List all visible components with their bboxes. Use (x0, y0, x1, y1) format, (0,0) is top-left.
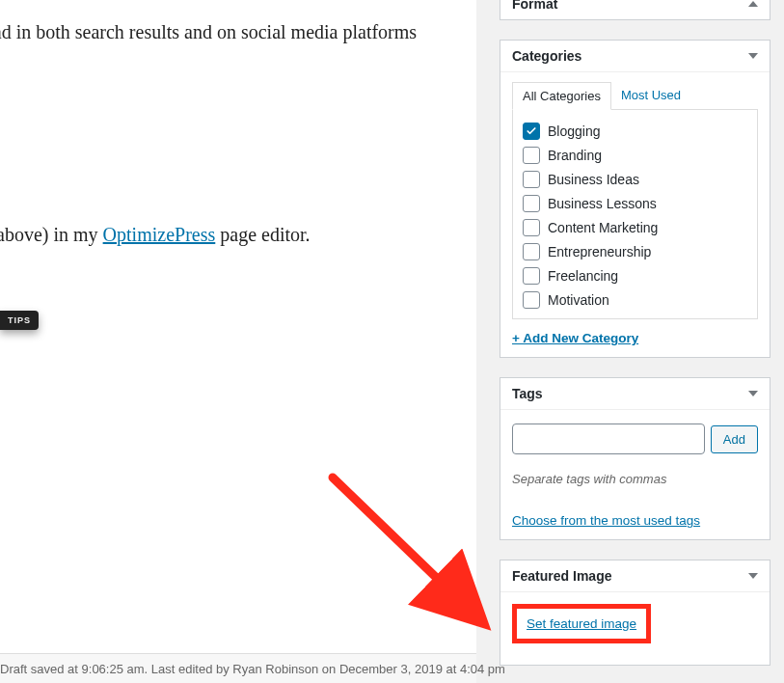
category-label: Motivation (548, 292, 609, 308)
category-item-freelancing[interactable]: Freelancing (523, 264, 747, 288)
category-list: Blogging Branding Business Ideas Busines… (512, 109, 758, 319)
chevron-up-icon (748, 391, 758, 396)
category-label: Freelancing (548, 268, 618, 284)
featured-image-toggle[interactable]: Featured Image (500, 560, 770, 592)
editor-paragraph-1: osts (and in both search results and on … (0, 17, 465, 46)
sidebar: Format Categories All Categories Most Us… (500, 0, 770, 683)
category-label: Blogging (548, 123, 601, 139)
category-item-branding[interactable]: Branding (523, 144, 747, 168)
format-toggle[interactable]: Format (500, 0, 770, 19)
add-category-link[interactable]: + Add New Category (512, 331, 638, 345)
chevron-down-icon (748, 1, 758, 7)
tags-metabox: Tags Add Separate tags with commas Choos… (500, 377, 770, 540)
tags-title: Tags (512, 386, 543, 401)
tab-all-categories[interactable]: All Categories (512, 82, 611, 110)
chevron-up-icon (748, 53, 758, 59)
checkbox-icon[interactable] (523, 243, 540, 260)
categories-title: Categories (512, 48, 581, 64)
tips-badge: TIPS (0, 311, 39, 330)
category-item-motivation[interactable]: Motivation (523, 288, 747, 313)
category-label: Business Ideas (548, 172, 639, 187)
editor-paragraph-2: nere (above) in my OptimizePress page ed… (0, 220, 465, 249)
category-item-business-lessons[interactable]: Business Lessons (523, 192, 747, 216)
checkbox-icon[interactable] (523, 219, 540, 236)
category-label: Content Marketing (548, 220, 658, 235)
categories-toggle[interactable]: Categories (500, 41, 770, 72)
choose-most-used-tags-link[interactable]: Choose from the most used tags (512, 513, 700, 528)
category-item-content-marketing[interactable]: Content Marketing (523, 216, 747, 240)
editor-main: osts (and in both search results and on … (0, 0, 476, 683)
add-tag-button[interactable]: Add (711, 425, 758, 453)
category-label: Branding (548, 148, 602, 163)
featured-image-metabox: Featured Image Set featured image (500, 560, 770, 666)
tags-toggle[interactable]: Tags (500, 378, 770, 410)
category-tabs: All Categories Most Used (512, 82, 758, 110)
checkbox-icon[interactable] (523, 195, 540, 212)
category-item-entrepreneurship[interactable]: Entrepreneurship (523, 240, 747, 264)
checkbox-icon[interactable] (523, 267, 540, 285)
checkbox-icon[interactable] (523, 291, 540, 309)
featured-image-title: Featured Image (512, 568, 611, 584)
annotation-highlight: Set featured image (512, 604, 651, 643)
checkbox-icon[interactable] (523, 171, 540, 188)
format-metabox: Format (500, 0, 770, 20)
category-item-blogging[interactable]: Blogging (523, 120, 747, 144)
tab-most-used[interactable]: Most Used (611, 82, 690, 110)
category-item-business-ideas[interactable]: Business Ideas (523, 168, 747, 192)
format-title: Format (512, 0, 557, 12)
category-label: Business Lessons (548, 196, 657, 211)
optimizepress-link[interactable]: OptimizePress (103, 224, 216, 245)
editor-text-post: page editor. (215, 224, 310, 245)
checkbox-icon[interactable] (523, 147, 540, 164)
set-featured-image-link[interactable]: Set featured image (527, 616, 636, 631)
categories-metabox: Categories All Categories Most Used Blog… (500, 40, 770, 358)
chevron-up-icon (748, 573, 758, 579)
editor-text-pre: nere (above) in my (0, 224, 103, 245)
checkbox-checked-icon[interactable] (523, 123, 540, 140)
tags-input[interactable] (512, 423, 705, 454)
tags-hint: Separate tags with commas (512, 472, 758, 486)
category-label: Entrepreneurship (548, 244, 651, 260)
editor-status-footer: Draft saved at 9:06:25 am. Last edited b… (0, 653, 476, 683)
